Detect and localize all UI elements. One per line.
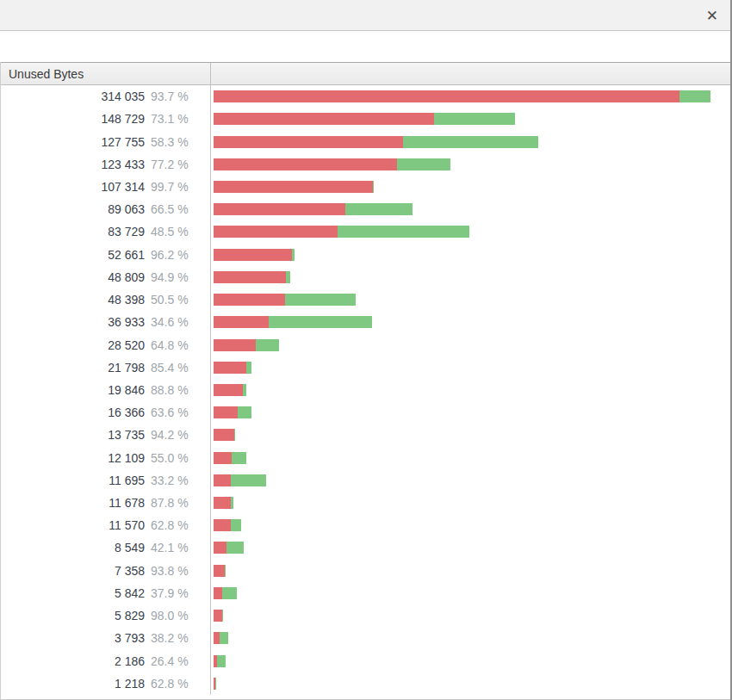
table-row[interactable]: 19 846 88.8 % <box>1 379 730 401</box>
stacked-bar <box>214 655 226 667</box>
value-cell: 7 358 93.8 % <box>1 560 211 582</box>
unused-percent-value: 85.4 % <box>151 361 188 375</box>
table-row[interactable]: 48 398 50.5 % <box>1 288 730 311</box>
bar-used-segment <box>214 271 286 283</box>
value-cell: 21 798 85.4 % <box>1 356 211 379</box>
table-row[interactable]: 12 109 55.0 % <box>1 447 730 469</box>
table-row[interactable]: 3 793 38.2 % <box>1 627 730 649</box>
table-row[interactable]: 11 570 62.8 % <box>1 514 730 536</box>
table-row[interactable]: 5 829 98.0 % <box>1 604 730 627</box>
unused-bytes-value: 48 809 <box>108 270 145 284</box>
table-row[interactable]: 83 729 48.5 % <box>1 220 730 243</box>
bar-cell <box>211 627 730 649</box>
table-row[interactable]: 123 433 77.2 % <box>1 153 730 176</box>
toolbar-gap <box>0 31 730 62</box>
unused-bytes-value: 16 366 <box>108 406 145 419</box>
value-cell: 16 366 63.6 % <box>1 401 211 424</box>
value-cell: 5 842 37.9 % <box>1 582 211 604</box>
value-cell: 89 063 66.5 % <box>1 198 211 220</box>
bar-cell <box>211 424 730 446</box>
bar-cell <box>211 244 730 266</box>
table-row[interactable]: 52 661 96.2 % <box>1 244 730 266</box>
stacked-bar <box>214 384 246 396</box>
unused-bytes-value: 123 433 <box>101 158 145 171</box>
unused-bytes-value: 5 842 <box>115 586 145 600</box>
table-row[interactable]: 13 735 94.2 % <box>1 424 730 446</box>
stacked-bar <box>214 249 295 261</box>
stacked-bar <box>214 316 372 328</box>
value-cell: 13 735 94.2 % <box>1 424 211 446</box>
table-row[interactable]: 5 842 37.9 % <box>1 582 730 604</box>
stacked-bar <box>214 429 235 441</box>
bar-used-segment <box>214 565 225 577</box>
bar-free-segment <box>434 113 515 125</box>
table-row[interactable]: 8 549 42.1 % <box>1 536 730 559</box>
table-row[interactable]: 11 695 33.2 % <box>1 469 730 492</box>
table-row[interactable]: 21 798 85.4 % <box>1 356 730 379</box>
unused-percent-value: 42.1 % <box>151 541 188 554</box>
unused-bytes-value: 13 735 <box>108 428 145 442</box>
unused-percent-value: 58.3 % <box>151 135 188 149</box>
table-row[interactable]: 2 186 26.4 % <box>1 649 730 672</box>
unused-bytes-value: 19 846 <box>108 383 145 397</box>
unused-percent-value: 98.0 % <box>151 609 188 623</box>
column-header-unused-bytes[interactable]: Unused Bytes <box>1 63 211 84</box>
value-cell: 11 695 33.2 % <box>1 469 211 492</box>
stacked-bar <box>214 406 251 418</box>
stacked-bar <box>214 294 356 306</box>
value-cell: 148 729 73.1 % <box>1 108 211 130</box>
bar-free-segment <box>231 519 241 531</box>
unused-bytes-value: 1 218 <box>115 677 145 691</box>
bar-cell <box>211 176 730 198</box>
unused-percent-value: 62.8 % <box>151 518 188 532</box>
bar-cell <box>211 514 730 536</box>
bar-cell <box>211 333 730 356</box>
value-cell: 28 520 64.8 % <box>1 333 211 356</box>
bar-used-segment <box>214 474 231 486</box>
table-row[interactable]: 148 729 73.1 % <box>1 108 730 130</box>
bar-cell <box>211 649 730 672</box>
unused-percent-value: 93.7 % <box>151 90 188 103</box>
table-row[interactable]: 1 218 62.8 % <box>1 672 730 695</box>
unused-percent-value: 73.1 % <box>151 112 188 126</box>
table-row[interactable]: 36 933 34.6 % <box>1 311 730 333</box>
value-cell: 5 829 98.0 % <box>1 604 211 627</box>
table-row[interactable]: 28 520 64.8 % <box>1 333 730 356</box>
unused-bytes-value: 12 109 <box>108 451 145 465</box>
table-row[interactable]: 16 366 63.6 % <box>1 401 730 424</box>
unused-bytes-value: 107 314 <box>101 180 145 194</box>
bar-used-segment <box>214 519 231 531</box>
unused-percent-value: 66.5 % <box>151 202 188 216</box>
table-row[interactable]: 89 063 66.5 % <box>1 198 730 220</box>
bar-free-segment <box>220 632 229 644</box>
bar-cell <box>211 356 730 379</box>
column-header-bar-chart[interactable] <box>211 63 730 84</box>
bar-free-segment <box>232 452 246 464</box>
bar-used-segment <box>214 249 292 261</box>
unused-bytes-value: 11 678 <box>109 496 145 510</box>
bar-cell <box>211 672 730 695</box>
dialog-window: ✕ Unused Bytes 314 035 93.7 % 148 729 73… <box>0 0 732 700</box>
close-icon[interactable]: ✕ <box>706 8 718 22</box>
unused-bytes-value: 7 358 <box>115 564 145 578</box>
table-row[interactable]: 7 358 93.8 % <box>1 560 730 582</box>
table-row[interactable]: 107 314 99.7 % <box>1 176 730 198</box>
table-row[interactable]: 314 035 93.7 % <box>1 85 730 108</box>
unused-bytes-value: 21 798 <box>108 361 145 375</box>
bar-cell <box>211 311 730 333</box>
bar-free-segment <box>679 90 710 102</box>
bar-free-segment <box>292 249 295 261</box>
stacked-bar <box>214 113 515 125</box>
table-row[interactable]: 127 755 58.3 % <box>1 130 730 152</box>
stacked-bar <box>214 610 222 622</box>
table-row[interactable]: 11 678 87.8 % <box>1 492 730 514</box>
stacked-bar <box>214 565 225 577</box>
bar-free-segment <box>215 678 216 690</box>
table-row[interactable]: 48 809 94.9 % <box>1 266 730 288</box>
value-cell: 48 398 50.5 % <box>1 288 211 311</box>
unused-bytes-value: 8 549 <box>115 541 145 554</box>
bar-free-segment <box>225 565 226 577</box>
unused-bytes-value: 36 933 <box>108 315 145 329</box>
table-header-row: Unused Bytes <box>1 62 730 85</box>
stacked-bar <box>214 271 290 283</box>
